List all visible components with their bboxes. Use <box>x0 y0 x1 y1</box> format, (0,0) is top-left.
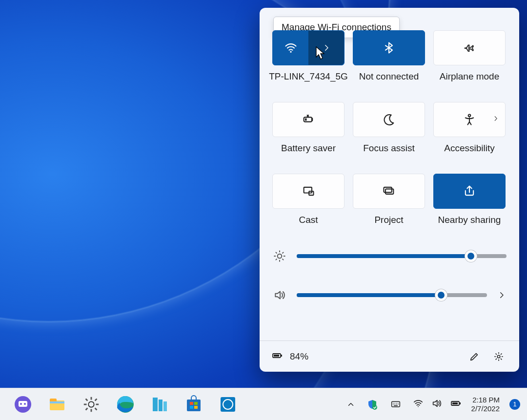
cast-tile-wrap: Cast <box>272 174 345 225</box>
battery-saver-label: Battery saver <box>281 143 336 154</box>
brightness-thumb[interactable] <box>465 250 477 262</box>
accessibility-tile[interactable] <box>433 102 506 137</box>
taskbar-right: 2:18 PM 2/7/2022 1 <box>345 394 527 415</box>
mouse-cursor <box>316 46 326 62</box>
svg-rect-50 <box>391 401 400 407</box>
panel-footer: 84% <box>260 340 519 372</box>
svg-point-20 <box>497 355 500 358</box>
volume-expand[interactable] <box>497 291 507 300</box>
svg-point-49 <box>372 405 377 410</box>
quick-settings-grid: TP-LINK_7434_5G Not connected Airplane m… <box>272 30 507 225</box>
taskbar-app-explorer[interactable] <box>47 394 67 415</box>
battery-icon <box>271 350 283 363</box>
tray-time: 2:18 PM <box>471 396 500 404</box>
airplane-icon <box>463 41 476 55</box>
svg-point-3 <box>468 115 471 117</box>
svg-rect-44 <box>194 402 198 405</box>
svg-line-37 <box>95 399 97 400</box>
taskbar-app-settings[interactable] <box>81 394 101 415</box>
wifi-tile[interactable] <box>272 30 345 65</box>
svg-rect-23 <box>19 401 27 407</box>
taskbar-app-dell[interactable] <box>218 394 238 415</box>
volume-slider[interactable] <box>297 293 487 297</box>
svg-line-34 <box>86 399 88 400</box>
tray-overflow[interactable] <box>345 394 356 415</box>
brightness-icon <box>272 250 287 262</box>
svg-rect-2 <box>305 119 307 121</box>
tray-clock[interactable]: 2:18 PM 2/7/2022 <box>471 396 500 413</box>
battery-saver-icon <box>302 113 315 126</box>
svg-rect-46 <box>194 406 198 409</box>
nearby-label: Nearby sharing <box>438 215 501 225</box>
wifi-icon <box>284 41 298 55</box>
settings-button[interactable] <box>490 348 507 365</box>
svg-line-15 <box>276 259 277 260</box>
svg-rect-45 <box>190 406 193 409</box>
svg-rect-62 <box>452 402 458 404</box>
nearby-tile-wrap: Nearby sharing <box>433 174 506 225</box>
edit-button[interactable] <box>466 348 483 365</box>
project-tile[interactable] <box>353 174 425 209</box>
brightness-fill <box>297 254 471 258</box>
chevron-right-icon <box>492 115 499 124</box>
accessibility-icon <box>463 113 476 126</box>
svg-point-29 <box>88 401 94 407</box>
svg-line-36 <box>86 408 88 410</box>
cast-icon <box>302 184 315 198</box>
tray-battery-icon <box>450 398 462 411</box>
svg-rect-63 <box>460 402 461 404</box>
tray-network-group[interactable] <box>413 398 462 411</box>
svg-line-14 <box>283 259 284 260</box>
quick-settings-panel: Manage Wi-Fi connections TP-LINK_7434_5G <box>260 8 519 372</box>
bluetooth-label: Not connected <box>359 71 419 82</box>
notification-count: 1 <box>513 400 516 408</box>
battery-saver-tile[interactable] <box>272 102 345 137</box>
airplane-tile-wrap: Airplane mode <box>433 30 506 82</box>
tray-volume-icon <box>431 398 442 411</box>
brightness-slider[interactable] <box>297 254 507 258</box>
tray-wifi-icon <box>413 398 424 411</box>
svg-rect-42 <box>187 400 201 411</box>
cast-label: Cast <box>299 215 318 225</box>
svg-rect-39 <box>153 398 158 411</box>
battery-text: 84% <box>290 351 308 362</box>
project-label: Project <box>374 215 403 225</box>
notification-badge[interactable]: 1 <box>509 399 520 410</box>
bluetooth-tile-wrap: Not connected <box>353 30 425 82</box>
svg-line-35 <box>95 408 97 410</box>
tray-security[interactable] <box>366 394 379 415</box>
taskbar: 2:18 PM 2/7/2022 1 <box>0 388 527 420</box>
share-icon <box>463 184 476 198</box>
focus-assist-tile-wrap: Focus assist <box>353 102 425 154</box>
project-icon <box>382 184 396 198</box>
nearby-tile[interactable] <box>433 174 506 209</box>
svg-point-25 <box>24 403 26 405</box>
cast-tile[interactable] <box>272 174 345 209</box>
wifi-label: TP-LINK_7434_5G <box>269 71 348 82</box>
bluetooth-icon <box>382 41 396 55</box>
tray-keyboard[interactable] <box>388 394 403 415</box>
wifi-toggle[interactable] <box>273 31 308 65</box>
svg-point-24 <box>20 403 22 405</box>
volume-row <box>272 289 507 301</box>
sliders-section <box>272 250 507 301</box>
bluetooth-tile[interactable] <box>353 30 425 65</box>
svg-rect-28 <box>50 401 64 403</box>
svg-rect-40 <box>159 400 162 411</box>
taskbar-app-chat[interactable] <box>13 394 33 415</box>
svg-rect-18 <box>274 355 279 357</box>
taskbar-app-office[interactable] <box>149 394 170 415</box>
project-tile-wrap: Project <box>353 174 425 225</box>
svg-rect-43 <box>190 402 193 405</box>
accessibility-tile-wrap: Accessibility <box>433 102 506 154</box>
focus-assist-tile[interactable] <box>353 102 425 137</box>
wifi-tile-wrap: TP-LINK_7434_5G <box>272 30 345 82</box>
svg-line-13 <box>276 252 277 253</box>
moon-icon <box>382 113 396 126</box>
tray-date: 2/7/2022 <box>471 404 500 413</box>
airplane-tile[interactable] <box>433 30 506 65</box>
volume-thumb[interactable] <box>435 289 447 301</box>
taskbar-app-store[interactable] <box>183 394 204 415</box>
svg-point-8 <box>278 254 282 259</box>
taskbar-app-edge[interactable] <box>115 394 136 415</box>
